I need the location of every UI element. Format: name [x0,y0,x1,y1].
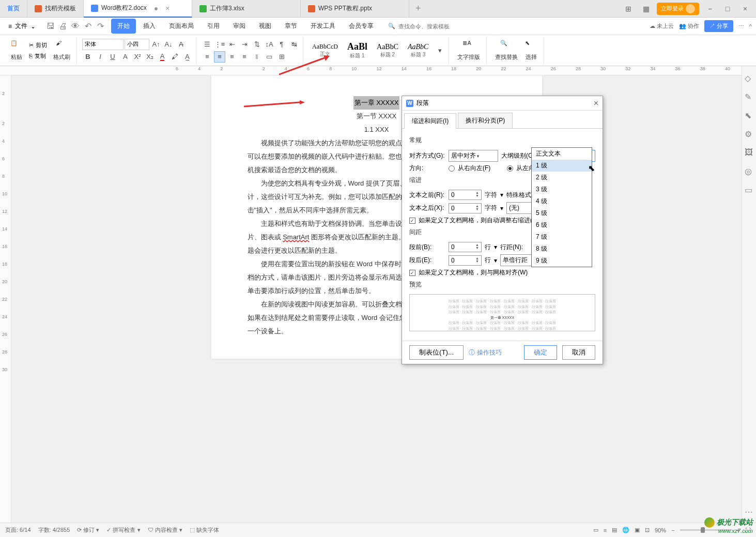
select-button[interactable]: ⬉ 选择 [522,39,541,62]
ruler-horizontal[interactable]: 642246810121416182022242628303234363840 [0,66,756,75]
pin-icon[interactable]: ● [154,4,158,12]
cloud-status[interactable]: ☁ 未上云 [650,22,674,30]
char-border-icon[interactable]: A̲ [181,51,193,63]
align-center-icon[interactable]: ≡ [214,51,225,63]
style-body[interactable]: AaBbCcD 正文 [308,41,342,59]
italic-icon[interactable]: I [95,51,106,63]
grow-font-icon[interactable]: A↑ [150,39,162,50]
dialog-tab-indent[interactable]: 缩进和间距(I) [404,113,456,129]
styles-more-icon[interactable]: ▾ [434,45,445,56]
redo-icon[interactable]: ↷ [95,21,106,32]
shading-icon[interactable]: ▭ [264,51,275,63]
rtab-dev[interactable]: 开发工具 [304,19,342,34]
outline-opt-4[interactable]: 4 级 [532,195,592,207]
window-minimize[interactable]: − [703,2,717,16]
side-target-icon[interactable]: ◎ [745,166,754,176]
before-para-spin[interactable]: 0▲▼ [449,242,482,252]
outline-opt-2[interactable]: 2 级 [532,172,592,183]
highlight-icon[interactable]: 🖍 [169,51,180,63]
superscript-icon[interactable]: X² [132,51,143,63]
list-number-icon[interactable]: ⋮≡ [214,39,225,50]
zoom-value[interactable]: 90% [655,527,666,533]
view-layout-icon[interactable]: ≡ [604,527,607,533]
line-spacing-icon[interactable]: ⇅ [251,39,263,50]
cancel-button[interactable]: 取消 [562,345,595,360]
collapse-ribbon-icon[interactable]: ^ [749,23,752,29]
ok-button[interactable]: 确定 [524,345,557,360]
command-search[interactable]: 🔍 [388,23,471,29]
outline-opt-9[interactable]: 9 级 [532,255,592,267]
zoom-out-icon[interactable]: − [671,527,674,533]
grid-align-check[interactable]: ✓ [409,270,415,276]
rtab-member[interactable]: 会员专享 [343,19,380,34]
view-print-icon[interactable]: ▭ [593,527,598,533]
view-read-icon[interactable]: ▣ [635,527,640,533]
radio-rtl[interactable] [449,165,455,172]
layout-icon[interactable]: ⊞ [622,2,635,16]
status-page[interactable]: 页面: 6/14 [5,526,31,534]
tab-stops-button[interactable]: 制表位(T)... [409,345,464,360]
outline-opt-1[interactable]: 1 级 [532,160,592,172]
login-button[interactable]: 立即登录 [657,3,699,15]
paste-button[interactable]: 📋 粘贴 [7,39,26,62]
status-content[interactable]: 🛡 内容检查 ▾ [148,526,182,534]
more-icon[interactable]: ⋯ [738,23,744,29]
list-bullet-icon[interactable]: ☰ [202,39,213,50]
border-icon[interactable]: ⊞ [276,51,287,63]
find-replace-button[interactable]: 🔍 查找替换 [492,39,521,62]
format-painter-button[interactable]: 🖌 格式刷 [50,39,73,62]
clear-format-icon[interactable]: A̶ [175,39,187,50]
status-words[interactable]: 字数: 4/2855 [38,526,70,534]
outline-opt-8[interactable]: 8 级 [532,243,592,255]
heading-1[interactable]: 第一章 XXXXX [353,96,400,110]
side-screen-icon[interactable]: ▭ [745,185,754,194]
dialog-titlebar[interactable]: W 段落 × [402,96,603,111]
side-pen-icon[interactable]: ✎ [745,92,754,101]
font-name-select[interactable] [82,39,124,50]
outline-opt-5[interactable]: 5 级 [532,207,592,219]
rtab-insert[interactable]: 插入 [137,19,162,34]
search-input[interactable] [398,23,471,29]
style-h1[interactable]: AaBl 标题 1 [344,40,371,61]
print-icon[interactable]: 🖨 [57,21,69,32]
font-color-icon[interactable]: A [157,51,168,63]
outline-opt-3[interactable]: 3 级 [532,183,592,195]
word-layout-button[interactable]: ≣A 文字排版 [454,39,483,62]
sort-icon[interactable]: ↕A [264,39,275,50]
rtab-section[interactable]: 章节 [279,19,303,34]
indent-inc-icon[interactable]: ⇥ [239,39,250,50]
tab-template[interactable]: 找稻壳模板 [27,0,84,18]
rtab-start[interactable]: 开始 [111,19,136,34]
radio-ltr[interactable] [507,165,513,172]
tab-word-doc[interactable]: Word教程2.docx ● × [84,0,192,18]
outline-opt-6[interactable]: 6 级 [532,219,592,231]
status-revision[interactable]: ⟳ 修订 ▾ [77,526,99,534]
side-image-icon[interactable]: 🖼 [745,148,754,157]
strike-icon[interactable]: A̵ [119,51,131,63]
style-h2[interactable]: AaBbC 标题 2 [373,41,402,60]
style-h3[interactable]: AaBbC 标题 3 [404,41,432,60]
status-spell[interactable]: ✓ 拼写检查 ▾ [106,526,140,534]
after-text-spin[interactable]: 0▲▼ [449,203,482,213]
share-button[interactable]: ↗ 分享 [704,20,733,32]
file-menu[interactable]: ≡ 文件 ⌄ [4,20,40,33]
font-size-select[interactable] [125,39,149,50]
side-settings-icon[interactable]: ⚙ [745,129,754,139]
tab-home[interactable]: 首页 [0,0,27,18]
align-justify-icon[interactable]: ≡ [239,51,250,63]
save-icon[interactable]: 🖫 [45,21,56,32]
window-close[interactable]: × [738,2,752,16]
subscript-icon[interactable]: X₂ [144,51,156,63]
before-text-spin[interactable]: 0▲▼ [449,190,482,200]
close-icon[interactable]: × [165,4,169,12]
after-para-spin[interactable]: 0▲▼ [449,255,482,266]
cut-button[interactable]: ✂ 剪切 [27,40,49,50]
dialog-tab-break[interactable]: 换行和分页(P) [458,113,513,128]
bold-icon[interactable]: B [82,51,94,63]
window-maximize[interactable]: □ [721,2,734,16]
op-tips-link[interactable]: ⓘ 操作技巧 [469,348,502,357]
align-right-icon[interactable]: ≡ [226,51,238,63]
auto-indent-check[interactable]: ✓ [409,218,415,224]
shrink-font-icon[interactable]: A↓ [163,39,174,50]
preview-icon[interactable]: 👁 [70,21,81,32]
